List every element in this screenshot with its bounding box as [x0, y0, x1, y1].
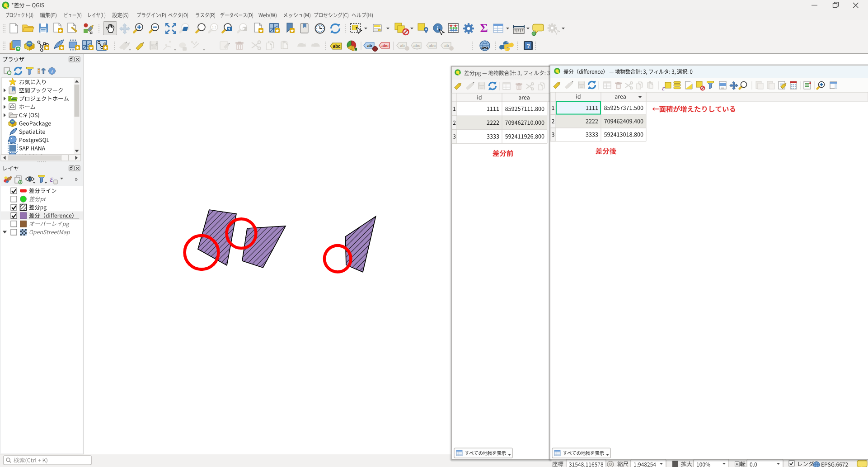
svg-text:ε: ε [50, 174, 53, 184]
svg-text:abc: abc [413, 43, 421, 48]
svg-text:ab: ab [400, 43, 405, 48]
svg-text:abc: abc [381, 43, 389, 48]
svg-text:ε: ε [662, 84, 665, 92]
svg-text:abc: abc [333, 44, 341, 49]
svg-text:ab: ab [444, 43, 449, 48]
svg-text:?: ? [526, 42, 530, 49]
svg-text:1:1: 1:1 [212, 26, 216, 29]
svg-text:Σ: Σ [480, 22, 488, 35]
svg-text:abc: abc [429, 43, 436, 48]
svg-text:i: i [436, 25, 438, 32]
svg-text:ab: ab [367, 43, 372, 48]
